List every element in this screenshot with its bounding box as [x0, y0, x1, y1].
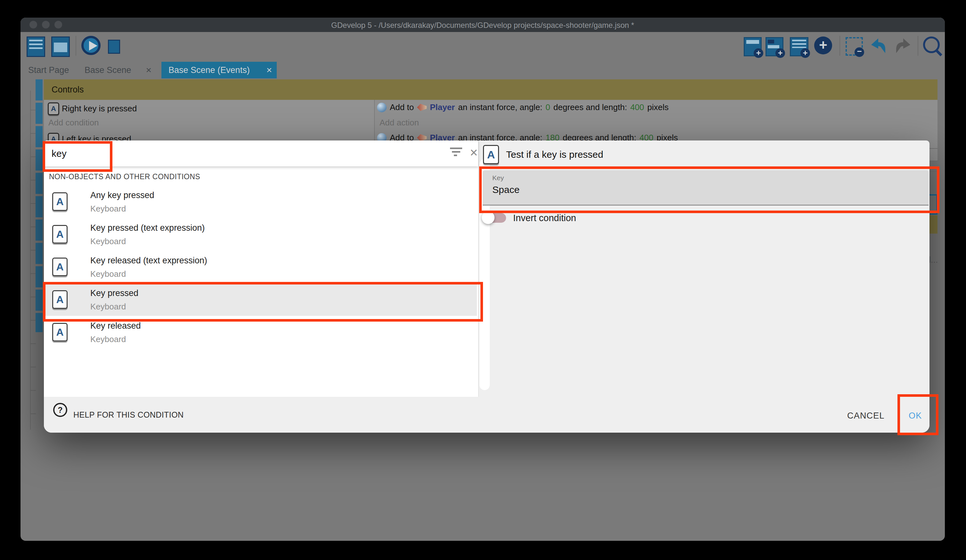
tab-base-scene[interactable]: Base Scene ×	[85, 62, 151, 79]
length-value: 400	[630, 102, 644, 112]
row-separator	[930, 148, 938, 149]
toolbar-separator	[76, 36, 76, 56]
comment-row[interactable]: Controls	[44, 79, 938, 100]
tab-bar: Start Page Base Scene × Base Scene (Even…	[20, 62, 945, 79]
add-circle-icon[interactable]: +	[814, 36, 832, 54]
screenshot-canvas: GDevelop 5 - /Users/dkarakay/Documents/G…	[0, 0, 966, 560]
keyboard-icon: A	[52, 258, 67, 276]
section-header: NON-OBJECTS AND OTHER CONDITIONS	[49, 172, 200, 181]
condition-detail-header: A Test if a key is pressed	[483, 145, 603, 164]
toggle-knob[interactable]	[482, 211, 495, 224]
cancel-button[interactable]: CANCEL	[847, 411, 885, 421]
condition-detail-title: Test if a key is pressed	[506, 149, 603, 160]
player-object-icon	[417, 103, 427, 112]
add-action-link[interactable]: Add action	[380, 118, 419, 128]
toolbar-separator	[840, 36, 840, 56]
item-title: Key released (text expression)	[90, 256, 207, 265]
add-subevent-icon[interactable]: +	[766, 37, 784, 56]
keyboard-icon: A	[48, 102, 59, 115]
action-text[interactable]: Add to Player an instant force, angle: 0…	[377, 102, 669, 112]
redo-icon[interactable]	[894, 36, 913, 56]
item-subtitle: Keyboard	[90, 269, 126, 279]
force-icon	[377, 103, 387, 112]
project-manager-icon[interactable]	[26, 36, 45, 57]
tab-base-scene-events[interactable]: Base Scene (Events) ×	[161, 62, 277, 79]
event-selection-bars[interactable]	[36, 79, 43, 332]
window-title: GDevelop 5 - /Users/dkarakay/Documents/G…	[20, 21, 945, 30]
annotation-key-pressed-item	[43, 282, 483, 322]
annotation-ok-button	[897, 394, 938, 435]
tab-close-icon[interactable]: ×	[146, 65, 152, 75]
help-button[interactable]: ? HELP FOR THIS CONDITION	[44, 397, 184, 432]
tab-start-page[interactable]: Start Page	[28, 62, 69, 79]
invert-condition-label: Invert condition	[513, 213, 576, 223]
tab-close-icon[interactable]: ×	[266, 65, 272, 75]
keyboard-icon: A	[483, 145, 499, 164]
annotation-key-field	[479, 166, 940, 213]
filter-icon[interactable]	[450, 147, 462, 157]
keyboard-icon: A	[52, 192, 67, 211]
angle-value: 0	[545, 102, 550, 112]
list-item-key-released-text-expression[interactable]: A Key released (text expression) Keyboar…	[44, 251, 477, 283]
item-subtitle: Keyboard	[90, 334, 126, 344]
delete-event-icon[interactable]: −	[846, 37, 863, 56]
titlebar: GDevelop 5 - /Users/dkarakay/Documents/G…	[20, 18, 945, 32]
object-name: Player	[430, 102, 455, 112]
comment-text: Controls	[52, 85, 84, 95]
add-event-icon[interactable]: +	[744, 37, 762, 56]
item-title: Key released	[90, 321, 141, 331]
item-title: Key pressed (text expression)	[90, 223, 205, 233]
toolbar: + + + + −	[20, 32, 945, 62]
event-row[interactable]: A Right key is pressed Add condition Add…	[44, 100, 938, 131]
help-label: HELP FOR THIS CONDITION	[73, 410, 184, 419]
help-icon: ?	[53, 403, 67, 417]
undo-icon[interactable]	[869, 36, 888, 56]
event-tree-ticks	[31, 110, 36, 430]
item-title: Any key pressed	[90, 190, 154, 200]
add-condition-link[interactable]: Add condition	[48, 118, 99, 128]
close-icon[interactable]: ×	[470, 147, 478, 159]
annotation-search-input	[43, 141, 112, 172]
list-item-any-key-pressed[interactable]: A Any key pressed Keyboard	[44, 185, 477, 218]
item-subtitle: Keyboard	[90, 236, 126, 246]
tab-label: Base Scene (Events)	[168, 65, 250, 75]
keyboard-icon: A	[52, 225, 67, 244]
list-item-key-pressed-text-expression[interactable]: A Key pressed (text expression) Keyboard	[44, 218, 477, 251]
add-comment-icon[interactable]: +	[790, 37, 808, 56]
search-events-icon[interactable]	[923, 36, 940, 53]
toolbar-separator	[918, 36, 918, 56]
tab-label: Base Scene	[85, 65, 131, 75]
condition-text[interactable]: Right key is pressed	[62, 104, 137, 114]
preview-play-icon[interactable]	[81, 36, 100, 55]
debug-icon[interactable]	[104, 36, 122, 55]
panel-divider	[478, 141, 479, 397]
dialog-bottom-bar: ? HELP FOR THIS CONDITION CANCEL OK	[44, 397, 930, 432]
item-subtitle: Keyboard	[90, 204, 126, 214]
tab-label: Start Page	[28, 65, 69, 75]
keyboard-icon: A	[52, 323, 67, 341]
scene-editor-icon[interactable]	[51, 36, 70, 57]
